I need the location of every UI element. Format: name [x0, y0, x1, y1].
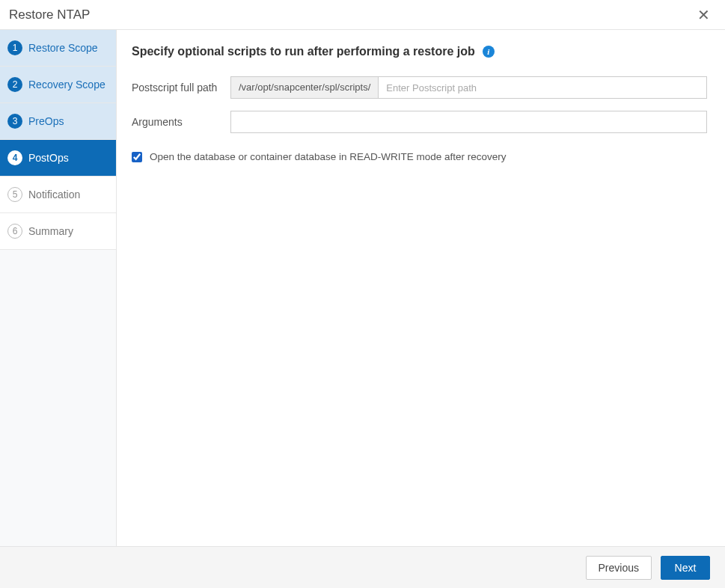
close-button[interactable]: ✕ — [694, 4, 713, 25]
wizard-nav: 1 Restore Scope 2 Recovery Scope 3 PreOp… — [0, 30, 117, 546]
dialog-title: Restore NTAP — [9, 7, 90, 22]
wizard-step-restore-scope[interactable]: 1 Restore Scope — [0, 30, 116, 67]
step-label: Summary — [28, 225, 73, 237]
wizard-step-summary[interactable]: 6 Summary — [0, 213, 116, 250]
postscript-label: Postscript full path — [132, 82, 230, 94]
info-icon[interactable]: i — [483, 46, 495, 58]
arguments-label: Arguments — [132, 116, 230, 128]
wizard-step-postops[interactable]: 4 PostOps — [0, 140, 116, 177]
step-label: Recovery Scope — [28, 79, 105, 91]
open-db-readwrite-checkbox[interactable] — [132, 152, 142, 162]
content-heading: Specify optional scripts to run after pe… — [132, 45, 475, 58]
step-number: 6 — [7, 224, 22, 239]
postscript-path-prefix: /var/opt/snapcenter/spl/scripts/ — [230, 76, 378, 99]
close-icon: ✕ — [697, 7, 710, 23]
dialog-body: 1 Restore Scope 2 Recovery Scope 3 PreOp… — [0, 30, 725, 546]
step-number: 1 — [7, 40, 22, 55]
restore-dialog: Restore NTAP ✕ 1 Restore Scope 2 Recover… — [0, 0, 725, 588]
arguments-row: Arguments — [132, 111, 707, 133]
open-db-checkbox-row: Open the database or container database … — [132, 151, 707, 162]
step-label: Notification — [28, 189, 80, 200]
step-label: Restore Scope — [28, 42, 98, 54]
wizard-step-preops[interactable]: 3 PreOps — [0, 103, 116, 140]
wizard-step-recovery-scope[interactable]: 2 Recovery Scope — [0, 67, 116, 103]
wizard-step-notification[interactable]: 5 Notification — [0, 177, 116, 213]
postscript-input-group: /var/opt/snapcenter/spl/scripts/ — [230, 76, 707, 99]
postscript-path-input[interactable] — [378, 76, 707, 99]
previous-button[interactable]: Previous — [586, 556, 652, 580]
open-db-readwrite-label: Open the database or container database … — [150, 151, 507, 162]
next-button[interactable]: Next — [661, 556, 710, 580]
dialog-footer: Previous Next — [0, 546, 725, 588]
dialog-header: Restore NTAP ✕ — [0, 0, 725, 30]
content-heading-row: Specify optional scripts to run after pe… — [132, 45, 707, 58]
postscript-row: Postscript full path /var/opt/snapcenter… — [132, 76, 707, 99]
step-number: 4 — [7, 150, 22, 165]
content-panel: Specify optional scripts to run after pe… — [117, 30, 725, 546]
step-label: PreOps — [28, 115, 64, 127]
arguments-input-group — [230, 111, 707, 133]
step-number: 2 — [7, 77, 22, 92]
step-label: PostOps — [28, 152, 69, 164]
arguments-input[interactable] — [230, 111, 707, 133]
step-number: 3 — [7, 114, 22, 129]
step-number: 5 — [7, 187, 22, 202]
